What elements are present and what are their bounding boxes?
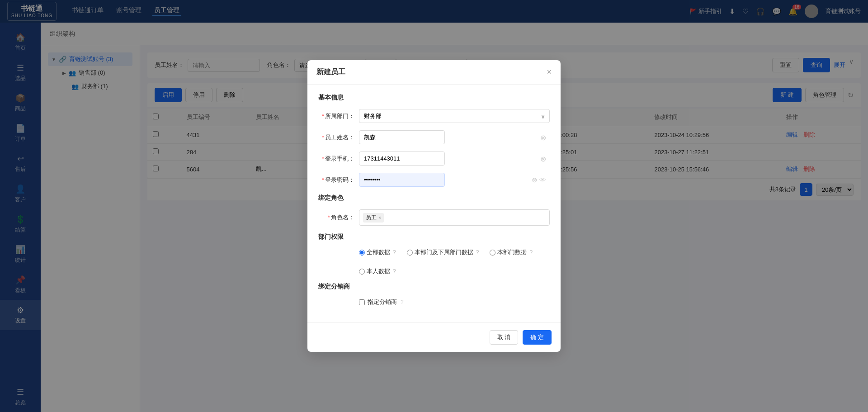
role-tag-close[interactable]: × xyxy=(378,215,381,220)
modal-body: 基本信息 *所属部门： 财务部 ∨ *员工姓名： ⊗ xyxy=(307,85,561,322)
perm-all[interactable]: 全部数据 ? xyxy=(359,248,396,256)
phone-wrap: ⊗ xyxy=(359,152,550,166)
password-icons: ⊗ 👁 xyxy=(532,176,546,184)
name-wrap: ⊗ xyxy=(359,130,550,144)
distributor-checkbox[interactable] xyxy=(359,299,365,305)
modal-header: 新建员工 × xyxy=(307,60,561,85)
perm-self[interactable]: 本人数据 ? xyxy=(359,267,396,275)
dept-select-wrap: 财务部 ∨ xyxy=(359,109,550,123)
modal-title: 新建员工 xyxy=(316,67,345,77)
distributor-help-icon[interactable]: ? xyxy=(401,299,404,305)
perm-dept-help-icon[interactable]: ? xyxy=(529,249,533,256)
phone-input[interactable] xyxy=(359,152,445,166)
dept-label: *所属部门： xyxy=(318,112,359,120)
perm-self-help-icon[interactable]: ? xyxy=(393,268,396,275)
section-basic-title: 基本信息 xyxy=(318,94,550,102)
password-label: *登录密码： xyxy=(318,176,359,184)
name-clear-icon[interactable]: ⊗ xyxy=(540,133,546,142)
form-role: *角色名： 员工 × xyxy=(318,209,550,226)
form-dept: *所属部门： 财务部 ∨ xyxy=(318,109,550,123)
confirm-button[interactable]: 确 定 xyxy=(523,330,552,345)
perm-dept[interactable]: 本部门数据 ? xyxy=(490,248,533,256)
perm-radio-group: 全部数据 ? 本部门及下属部门数据 ? 本部门数据 ? xyxy=(359,248,550,275)
section-role-title: 绑定角色 xyxy=(318,194,550,202)
perm-all-radio[interactable] xyxy=(359,250,365,256)
perm-dept-sub-help-icon[interactable]: ? xyxy=(476,249,479,256)
role-tag: 员工 × xyxy=(363,213,384,223)
cancel-button[interactable]: 取 消 xyxy=(490,330,519,345)
modal-overlay: 新建员工 × 基本信息 *所属部门： 财务部 ∨ *员工姓名： xyxy=(0,0,868,412)
form-phone: *登录手机： ⊗ xyxy=(318,152,550,166)
form-password: *登录密码： ⊗ 👁 xyxy=(318,173,550,187)
modal-footer: 取 消 确 定 xyxy=(307,322,561,352)
form-perm: 全部数据 ? 本部门及下属部门数据 ? 本部门数据 ? xyxy=(318,248,550,275)
role-tag-input[interactable]: 员工 × xyxy=(359,209,550,226)
dept-select[interactable]: 财务部 xyxy=(359,109,550,123)
modal-close-button[interactable]: × xyxy=(547,67,552,77)
section-distributor-title: 绑定分销商 xyxy=(318,283,550,291)
phone-clear-icon[interactable]: ⊗ xyxy=(540,154,546,163)
name-input[interactable] xyxy=(359,130,445,144)
form-name: *员工姓名： ⊗ xyxy=(318,130,550,144)
perm-all-help-icon[interactable]: ? xyxy=(393,249,396,256)
name-label: *员工姓名： xyxy=(318,133,359,142)
perm-dept-sub-radio[interactable] xyxy=(407,250,413,256)
new-employee-modal: 新建员工 × 基本信息 *所属部门： 财务部 ∨ *员工姓名： xyxy=(307,60,561,352)
perm-dept-radio[interactable] xyxy=(490,250,495,256)
distributor-checkbox-item[interactable]: 指定分销商 ? xyxy=(359,298,404,306)
phone-label: *登录手机： xyxy=(318,155,359,163)
password-wrap: ⊗ 👁 xyxy=(359,173,550,187)
section-dept-perm-title: 部门权限 xyxy=(318,233,550,241)
password-clear-icon[interactable]: ⊗ xyxy=(532,176,538,184)
password-input[interactable] xyxy=(359,173,445,187)
form-distributor: 指定分销商 ? xyxy=(318,298,550,306)
password-toggle-icon[interactable]: 👁 xyxy=(539,176,546,184)
role-label: *角色名： xyxy=(318,213,359,222)
perm-dept-sub[interactable]: 本部门及下属部门数据 ? xyxy=(407,248,479,256)
perm-self-radio[interactable] xyxy=(359,269,365,275)
